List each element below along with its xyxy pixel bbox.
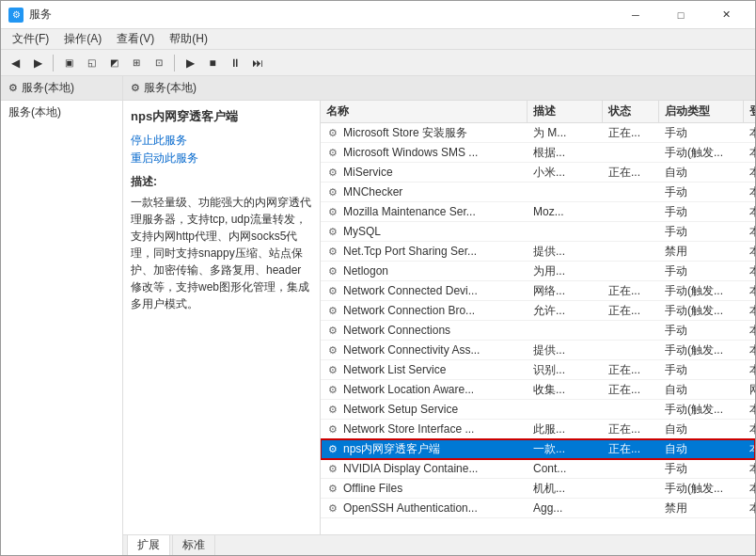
sidebar-item-local[interactable]: 服务(本地) [1,101,122,124]
pause-button[interactable]: ⏸ [225,53,245,73]
gear-icon: ⚙ [326,225,339,238]
cell-description: 为用... [528,262,603,280]
table-row[interactable]: ⚙Microsoft Store 安装服务为 M...正在...手动本地系统 [321,123,755,143]
cell-description [528,321,603,340]
tab-standard[interactable]: 标准 [172,534,215,555]
table-row[interactable]: ⚙Network List Service识别...正在...手动本地服务 [321,360,755,380]
gear-icon: ⚙ [326,264,339,278]
cell-description: 识别... [528,360,603,379]
cell-startup: 手动 [659,202,744,221]
cell-login: 本地服务 [744,341,755,359]
table-row[interactable]: ⚙Network Connection Bro...允许...正在...手动(触… [321,301,755,321]
gear-icon: ⚙ [326,343,339,357]
service-name: nps内网穿透客户端 [131,108,312,125]
cell-service-name: ⚙Network Location Aware... [321,380,528,399]
toolbar-btn-3[interactable]: ◩ [103,53,124,73]
table-row[interactable]: ⚙Network Connections手动本地服务 [321,321,755,341]
sidebar: ⚙ 服务(本地) 服务(本地) [1,76,123,555]
menu-help[interactable]: 帮助(H) [162,29,215,49]
close-button[interactable]: ✕ [704,1,748,29]
cell-login: 本地系统 [744,479,755,498]
cell-status [603,499,659,517]
gear-icon: ⚙ [326,383,339,396]
table-row[interactable]: ⚙nps内网穿透客户端一款...正在...自动本地系统 [321,439,755,459]
table-body: ⚙Microsoft Store 安装服务为 M...正在...手动本地系统⚙M… [321,123,755,534]
cell-service-name: ⚙Offline Files [321,479,528,498]
cell-service-name: ⚙Network Connected Devi... [321,281,528,300]
cell-description: Cont... [528,459,603,478]
cell-service-name: ⚙Net.Tcp Port Sharing Ser... [321,242,528,261]
cell-service-name: ⚙Network List Service [321,360,528,379]
table-row[interactable]: ⚙MiService小米...正在...自动本地系统 [321,163,755,183]
gear-icon: ⚙ [326,185,339,199]
service-table: 名称 描述 状态 启动类型 登录为 ⚙Microsoft Store 安装服务为… [321,101,755,534]
gear-icon: ⚙ [326,324,339,337]
toolbar-btn-5[interactable]: ⊡ [149,53,169,73]
cell-service-name: ⚙Network Setup Service [321,400,528,419]
table-row[interactable]: ⚙MNChecker手动本地系统 [321,183,755,202]
cell-startup: 手动 [659,321,744,340]
gear-icon: ⚙ [326,245,339,258]
cell-login: 本地服务 [744,222,755,241]
cell-startup: 手动 [659,123,744,142]
table-row[interactable]: ⚙Network Setup Service手动(触发...本地系统 [321,400,755,420]
sidebar-header: ⚙ 服务(本地) [1,76,122,101]
cell-description: 为 M... [528,123,603,142]
menu-action[interactable]: 操作(A) [56,29,109,49]
gear-icon: ⚙ [326,284,339,297]
desc-title: 描述: [131,174,312,190]
stop-service-link[interactable]: 停止此服务 [131,133,312,149]
maximize-button[interactable]: □ [659,1,702,29]
stop-button[interactable]: ■ [202,53,223,73]
play-button[interactable]: ▶ [180,53,200,73]
cell-login: 本地系统 [744,262,755,280]
table-row[interactable]: ⚙Network Store Interface ...此服...正在...自动… [321,420,755,439]
tab-extended[interactable]: 扩展 [127,534,170,555]
col-login: 登录为 [744,101,755,122]
gear-icon: ⚙ [326,166,339,179]
table-row[interactable]: ⚙NVIDIA Display Containe...Cont...手动本地系统 [321,459,755,479]
cell-status: 正在... [603,439,659,458]
cell-status [603,479,659,498]
main-area: ⚙ 服务(本地) 服务(本地) ⚙ 服务(本地) nps内网穿透客户端 停止此服… [1,76,755,555]
back-button[interactable]: ◀ [5,53,25,73]
table-row[interactable]: ⚙MySQL手动本地服务 [321,222,755,242]
cell-startup: 手动 [659,222,744,241]
content-header: ⚙ 服务(本地) [123,76,755,101]
restart-service-link[interactable]: 重启动此服务 [131,151,312,167]
cell-service-name: ⚙MiService [321,163,528,182]
restart-button[interactable]: ⏭ [247,53,268,73]
cell-login: 本地系统 [744,499,755,517]
cell-service-name: ⚙Microsoft Windows SMS ... [321,143,528,162]
cell-description: 提供... [528,341,603,359]
cell-status: 正在... [603,380,659,399]
menu-file[interactable]: 文件(F) [5,29,56,49]
toolbar-btn-2[interactable]: ◱ [81,53,102,73]
cell-description: 提供... [528,242,603,261]
menu-view[interactable]: 查看(V) [109,29,162,49]
minimize-button[interactable]: ─ [614,1,657,29]
cell-login: 本地服务 [744,360,755,379]
toolbar-btn-1[interactable]: ▣ [58,53,79,73]
cell-startup: 禁用 [659,499,744,517]
table-row[interactable]: ⚙OpenSSH Authentication...Agg...禁用本地系统 [321,499,755,518]
content-header-title: 服务(本地) [144,80,197,96]
table-row[interactable]: ⚙Network Location Aware...收集...正在...自动网络… [321,380,755,400]
cell-status [603,341,659,359]
forward-button[interactable]: ▶ [27,53,48,73]
table-row[interactable]: ⚙Microsoft Windows SMS ...根据...手动(触发...本… [321,143,755,163]
cell-login: 本地系统 [744,459,755,478]
cell-login: 本地服务 [744,420,755,438]
content-area: ⚙ 服务(本地) nps内网穿透客户端 停止此服务 重启动此服务 描述: 一款轻… [123,76,755,555]
cell-status [603,321,659,340]
table-row[interactable]: ⚙Netlogon为用...手动本地系统 [321,262,755,281]
table-row[interactable]: ⚙Network Connectivity Ass...提供...手动(触发..… [321,341,755,360]
gear-icon: ⚙ [326,462,339,475]
table-row[interactable]: ⚙Network Connected Devi...网络...正在...手动(触… [321,281,755,301]
table-row[interactable]: ⚙Mozilla Maintenance Ser...Moz...手动本地系统 [321,202,755,222]
table-row[interactable]: ⚙Offline Files机机...手动(触发...本地系统 [321,479,755,499]
table-row[interactable]: ⚙Net.Tcp Port Sharing Ser...提供...禁用本地服务 [321,242,755,262]
cell-startup: 手动 [659,262,744,280]
gear-icon: ⚙ [326,205,339,218]
toolbar-btn-4[interactable]: ⊞ [126,53,147,73]
